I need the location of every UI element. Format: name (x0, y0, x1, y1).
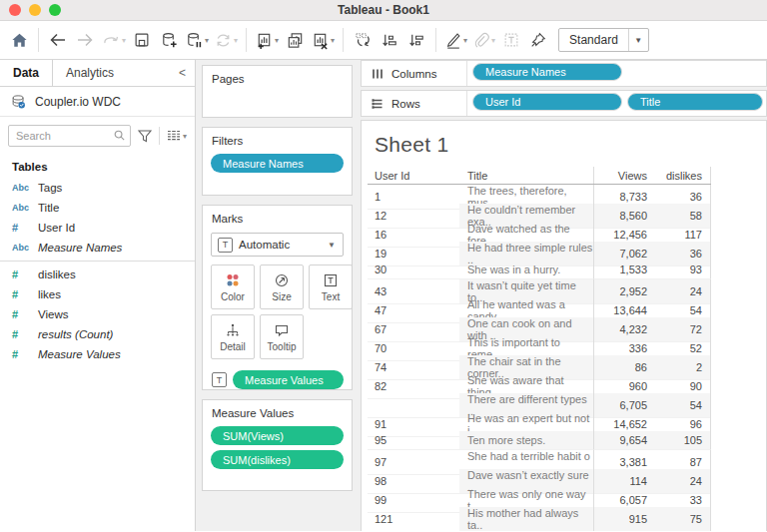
detail-button[interactable]: Detail (211, 314, 255, 359)
table-row[interactable]: 82She was aware that thing..96090 (368, 374, 711, 393)
view-options-button[interactable]: ▾ (164, 126, 189, 146)
color-button[interactable]: Color (211, 265, 255, 309)
filter-pill-measure-names[interactable]: Measure Names (211, 154, 344, 173)
table-row[interactable]: 43It wasn’t quite yet time to..2,95224 (368, 279, 711, 298)
table-row[interactable]: 99There was only one way t..6,05733 (368, 488, 711, 507)
field-item-dislikes[interactable]: #dislikes (0, 265, 195, 284)
table-row[interactable]: 121His mother had always ta..91575 (368, 507, 711, 526)
annotation-textbox-button[interactable] (498, 25, 524, 55)
fields-list: AbcTagsAbcTitle#User IdAbcMeasure Names#… (0, 178, 195, 531)
filter-fields-button[interactable] (135, 126, 155, 146)
text-button[interactable]: Text (309, 265, 353, 309)
clear-sheet-icon (311, 31, 330, 50)
sort-descending-icon (407, 31, 426, 50)
column-header-dislikes[interactable]: dislikes (655, 167, 711, 184)
redo-dropdown-caret[interactable]: ▾ (122, 36, 126, 45)
cell-views: 9,654 (593, 431, 655, 450)
home-button[interactable] (6, 25, 32, 55)
back-button[interactable] (45, 25, 71, 55)
fix-axes-button[interactable] (525, 25, 551, 55)
rows-pill-title[interactable]: Title (627, 93, 763, 111)
table-row[interactable]: 70This is important to reme..33652 (368, 336, 711, 355)
measure-values-pill-sum-views-[interactable]: SUM(Views) (211, 426, 344, 445)
group-by-folder-icon (166, 128, 182, 144)
table-row[interactable]: 98Dave wasn’t exactly sure ..11424 (368, 469, 711, 488)
attach-button[interactable]: ▾ (470, 25, 497, 55)
field-item-measure-values[interactable]: #Measure Values (0, 344, 195, 364)
highlight-dropdown-caret[interactable]: ▾ (463, 36, 467, 45)
table-row[interactable]: 12He couldn’t remember exa..8,56058 (368, 204, 711, 223)
filters-card[interactable]: Filters Measure Names (202, 127, 353, 196)
columns-pill-measure-names[interactable]: Measure Names (472, 63, 622, 81)
number-type-icon: # (12, 288, 38, 300)
search-separator (159, 127, 160, 145)
field-item-title[interactable]: AbcTitle (0, 198, 195, 218)
duplicate-sheet-button[interactable] (282, 25, 308, 55)
pause-dropdown-caret[interactable]: ▾ (205, 36, 209, 45)
save-button[interactable] (129, 25, 155, 55)
table-row[interactable]: 91He was an expert but not i..14,65296 (368, 412, 711, 431)
pages-card[interactable]: Pages (202, 65, 353, 118)
cell-title: His mother had always ta.. (459, 507, 593, 531)
sort-descending-button[interactable] (403, 25, 429, 55)
column-header-title[interactable]: Title (459, 167, 593, 184)
column-header-views[interactable]: Views (593, 167, 655, 184)
swap-rows-columns-button[interactable] (350, 25, 376, 55)
clear-sheet-button[interactable]: ▾ (309, 25, 337, 55)
measure-values-pill-sum-dislikes-[interactable]: SUM(dislikes) (211, 450, 344, 469)
new-worksheet-button[interactable]: ▾ (253, 25, 281, 55)
new-worksheet-dropdown-caret[interactable]: ▾ (275, 36, 279, 45)
field-item-views[interactable]: #Views (0, 304, 195, 324)
data-source-item[interactable]: Coupler.io WDC (0, 87, 195, 117)
number-type-icon: # (12, 268, 38, 280)
data-pane: Data Analytics < Coupler.io WDC (0, 60, 196, 531)
cell-dislikes: 75 (655, 507, 711, 531)
pill-measure-values[interactable]: Measure Values (233, 370, 344, 389)
redo-icon (101, 30, 121, 50)
fit-mode-caret[interactable]: ▼ (628, 29, 648, 51)
forward-arrow-icon (75, 30, 95, 50)
redo-button[interactable]: ▾ (99, 25, 128, 55)
field-item-measure-names[interactable]: AbcMeasure Names (0, 238, 195, 258)
table-row[interactable]: 16Dave watched as the fore..12,456117 (368, 223, 711, 242)
mark-type-caret[interactable]: ▼ (321, 241, 343, 250)
tab-data[interactable]: Data (0, 60, 53, 86)
column-header-user-id[interactable]: User Id (368, 167, 459, 184)
table-row[interactable]: There are different types ..6,70554 (368, 393, 711, 412)
text-icon (323, 272, 339, 288)
tab-analytics[interactable]: Analytics (53, 60, 127, 86)
new-data-source-button[interactable] (156, 25, 182, 55)
field-item-tags[interactable]: AbcTags (0, 178, 195, 198)
worksheet-canvas[interactable]: Sheet 1 User IdTitleViewsdislikes1The tr… (361, 120, 767, 531)
table-row[interactable]: 1The trees, therefore, mus..8,73336 (368, 185, 711, 204)
table-row[interactable]: 97She had a terrible habit o ..3,38187 (368, 450, 711, 469)
forward-button[interactable] (72, 25, 98, 55)
rows-shelf[interactable]: Rows User IdTitle (361, 90, 767, 117)
table-row[interactable]: 95Ten more steps.9,654105 (368, 431, 711, 450)
clear-sheet-dropdown-caret[interactable]: ▾ (331, 36, 335, 45)
fit-mode-select[interactable]: Standard ▼ (558, 28, 649, 52)
columns-shelf[interactable]: Columns Measure Names (361, 60, 767, 87)
table-row[interactable]: 74The chair sat in the corner..862 (368, 355, 711, 374)
collapse-pane-icon[interactable]: < (170, 60, 195, 86)
highlight-button[interactable]: ▾ (442, 25, 469, 55)
number-type-icon: # (12, 328, 38, 340)
mark-type-dropdown[interactable]: T Automatic ▼ (211, 233, 344, 257)
size-button[interactable]: Size (260, 265, 304, 309)
attach-dropdown-caret[interactable]: ▾ (491, 36, 495, 45)
table-row[interactable]: 67One can cook on and with ..4,23272 (368, 317, 711, 336)
pause-auto-updates-button[interactable]: ▾ (183, 25, 211, 55)
refresh-button[interactable]: ▾ (212, 25, 240, 55)
sort-ascending-button[interactable] (377, 25, 402, 55)
refresh-dropdown-caret[interactable]: ▾ (234, 36, 238, 45)
view-options-caret[interactable]: ▾ (183, 132, 187, 141)
table-row[interactable]: 47All he wanted was a candy..13,64454 (368, 298, 711, 317)
rows-pill-user-id[interactable]: User Id (472, 93, 622, 111)
table-row[interactable]: 19He had three simple rules ..7,06236 (368, 242, 711, 261)
sort-ascending-icon (381, 31, 399, 50)
field-item-results-count-[interactable]: #results (Count) (0, 324, 195, 344)
field-item-user-id[interactable]: #User Id (0, 218, 195, 238)
field-item-likes[interactable]: #likes (0, 284, 195, 304)
table-row[interactable]: 30She was in a hurry.1,53393 (368, 261, 711, 279)
tooltip-button[interactable]: Tooltip (260, 314, 304, 359)
